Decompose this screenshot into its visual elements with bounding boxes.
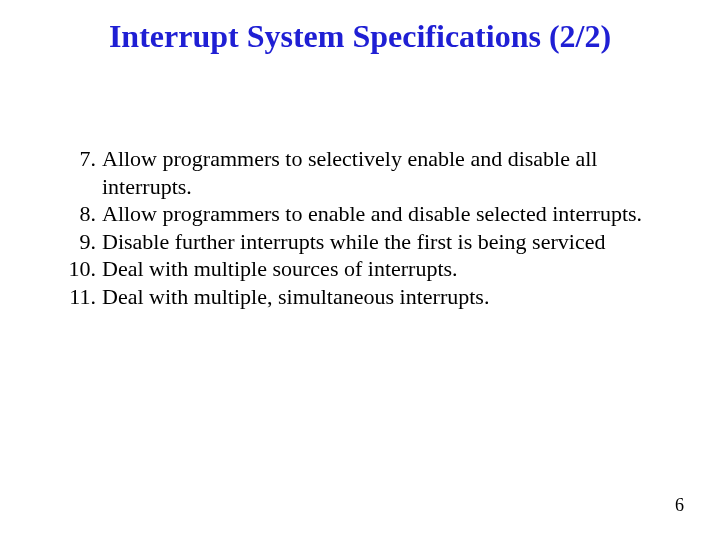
- slide: Interrupt System Specifications (2/2) 7.…: [0, 0, 720, 540]
- item-number: 10.: [56, 255, 102, 283]
- slide-title: Interrupt System Specifications (2/2): [0, 18, 720, 55]
- item-number: 9.: [56, 228, 102, 256]
- list-item: 10. Deal with multiple sources of interr…: [56, 255, 660, 283]
- item-number: 11.: [56, 283, 102, 311]
- item-text: Allow programmers to enable and disable …: [102, 200, 660, 228]
- page-number: 6: [675, 495, 684, 516]
- slide-body: 7. Allow programmers to selectively enab…: [56, 145, 660, 310]
- list-item: 7. Allow programmers to selectively enab…: [56, 145, 660, 200]
- item-number: 7.: [56, 145, 102, 173]
- item-text: Deal with multiple, simultaneous interru…: [102, 283, 660, 311]
- list-item: 8. Allow programmers to enable and disab…: [56, 200, 660, 228]
- item-text: Disable further interrupts while the fir…: [102, 228, 660, 256]
- item-number: 8.: [56, 200, 102, 228]
- item-text: Deal with multiple sources of interrupts…: [102, 255, 660, 283]
- list-item: 9. Disable further interrupts while the …: [56, 228, 660, 256]
- list-item: 11. Deal with multiple, simultaneous int…: [56, 283, 660, 311]
- item-text: Allow programmers to selectively enable …: [102, 145, 660, 200]
